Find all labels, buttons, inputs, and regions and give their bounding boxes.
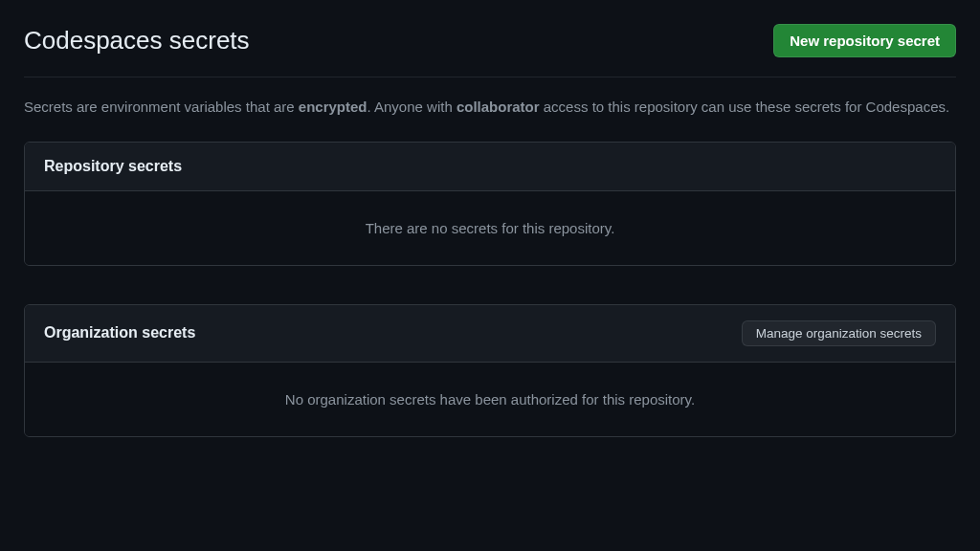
manage-organization-secrets-button[interactable]: Manage organization secrets	[742, 320, 936, 346]
description-bold-encrypted: encrypted	[299, 99, 368, 115]
description-bold-collaborator: collaborator	[457, 99, 540, 115]
organization-secrets-header: Organization secrets Manage organization…	[25, 305, 955, 363]
page-header: Codespaces secrets New repository secret	[24, 24, 956, 77]
repository-secrets-empty-message: There are no secrets for this repository…	[366, 220, 615, 236]
repository-secrets-section: Repository secrets There are no secrets …	[24, 142, 956, 266]
page-title: Codespaces secrets	[24, 26, 250, 55]
page-description: Secrets are environment variables that a…	[24, 97, 956, 119]
repository-secrets-title: Repository secrets	[44, 158, 182, 175]
new-repository-secret-button[interactable]: New repository secret	[773, 24, 956, 57]
description-text: access to this repository can use these …	[540, 99, 950, 115]
description-text: . Anyone with	[368, 99, 457, 115]
repository-secrets-body: There are no secrets for this repository…	[25, 191, 955, 265]
organization-secrets-section: Organization secrets Manage organization…	[24, 304, 956, 437]
organization-secrets-title: Organization secrets	[44, 324, 195, 342]
organization-secrets-body: No organization secrets have been author…	[25, 363, 955, 436]
description-text: Secrets are environment variables that a…	[24, 99, 299, 115]
repository-secrets-header: Repository secrets	[25, 143, 955, 191]
organization-secrets-empty-message: No organization secrets have been author…	[285, 391, 695, 408]
